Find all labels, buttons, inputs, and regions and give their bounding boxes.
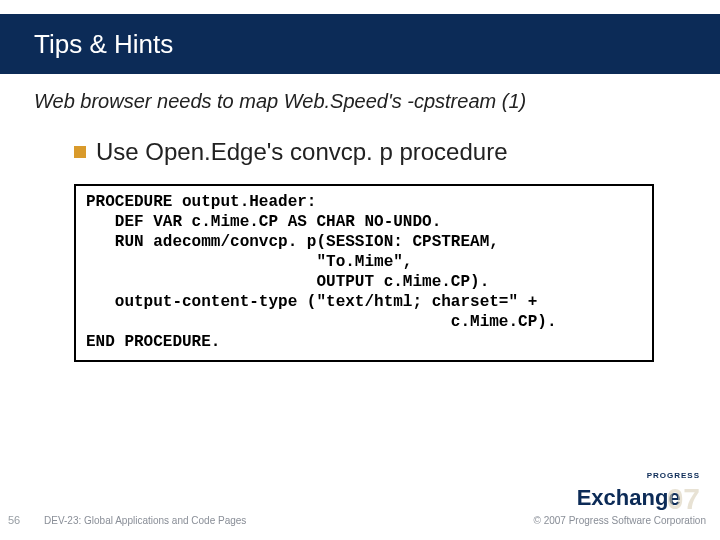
bullet-text: Use Open.Edge's convcp. p procedure [96, 138, 508, 166]
slide: Tips & Hints Web browser needs to map We… [0, 0, 720, 540]
slide-subtitle: Web browser needs to map Web.Speed's -cp… [34, 90, 526, 113]
logo-progress-text: PROGRESS [577, 472, 700, 480]
logo-year-text: 07 [667, 484, 700, 514]
slide-number: 56 [8, 514, 20, 526]
title-band: Tips & Hints [0, 14, 720, 74]
code-block: PROCEDURE output.Header: DEF VAR c.Mime.… [74, 184, 654, 362]
progress-exchange-logo: PROGRESS Exchange07 [577, 472, 700, 510]
logo-exchange-text: Exchange [577, 487, 681, 509]
footer-left: DEV-23: Global Applications and Code Pag… [44, 515, 246, 526]
bullet-row: Use Open.Edge's convcp. p procedure [74, 138, 508, 166]
slide-title: Tips & Hints [34, 29, 173, 60]
bullet-icon [74, 146, 86, 158]
footer-right: © 2007 Progress Software Corporation [534, 515, 706, 526]
